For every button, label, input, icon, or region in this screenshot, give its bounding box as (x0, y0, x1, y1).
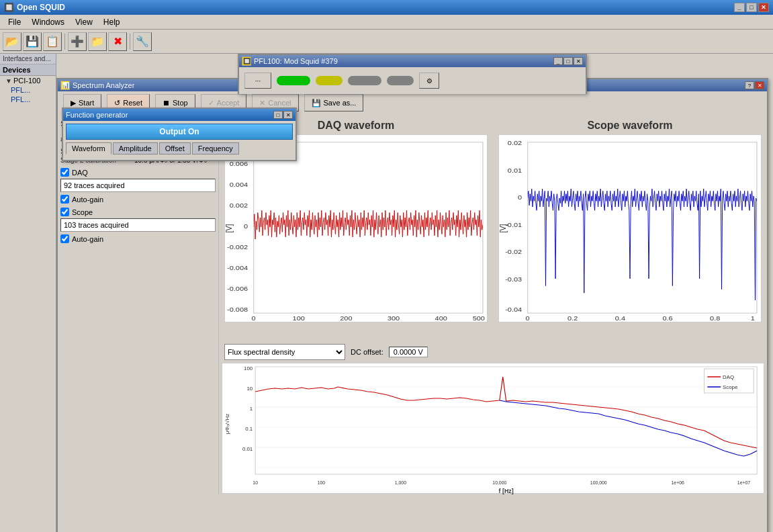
pfl-icon: 🔲 (242, 56, 251, 66)
app-title: Open SQUID (17, 3, 65, 12)
svg-text:0.01: 0.01 (242, 446, 253, 452)
daq-x-axis-label: t [ms] (358, 321, 378, 322)
daq-autogain-label: Auto-gain (72, 195, 103, 204)
flux-dropdown[interactable]: Flux spectral density (224, 344, 345, 360)
svg-text:200: 200 (340, 314, 353, 321)
svg-text:1e+06: 1e+06 (672, 480, 684, 485)
folder-button[interactable]: 📁 (88, 32, 107, 51)
spectrum-chart: 100 10 1 0.1 0.01 10 100 1,000 10,000 (222, 363, 764, 494)
svg-text:0.6: 0.6 (662, 314, 673, 321)
menu-windows[interactable]: Windows (26, 16, 70, 28)
title-bar-controls: _ □ ✕ (734, 3, 769, 12)
svg-text:-0.008: -0.008 (227, 306, 248, 313)
save-as-button[interactable]: 💾 Save as... (304, 94, 364, 112)
sa-title-controls: ? ✕ (745, 81, 764, 89)
daq-check-row: DAQ (60, 168, 216, 177)
waveform-row: DAQ waveform 0.008 0.006 0.004 0.002 0 -… (219, 114, 767, 343)
tree-pci100[interactable]: ▼ PCI-100 (0, 76, 56, 85)
daq-section: DAQ 92 traces acquired Auto-gain (60, 168, 216, 204)
func-gen-restore-btn[interactable]: □ (273, 111, 283, 119)
output-on-button[interactable]: Output On (66, 124, 293, 140)
daq-autogain-checkbox[interactable] (60, 195, 69, 204)
scope-y-axis-label: [V] (498, 224, 507, 232)
svg-text:400: 400 (435, 314, 448, 321)
scope-waveform-panel: Scope waveform 0.02 0.01 0 -0.01 -0.02 -… (493, 114, 767, 343)
add-button[interactable]: ➕ (68, 32, 87, 51)
pfl-btn1[interactable]: ··· (244, 73, 271, 89)
pfl-restore-btn[interactable]: □ (563, 57, 573, 65)
left-panel: Interfaces and... Devices ▼ PCI-100 PFL.… (0, 54, 56, 532)
func-gen-title-bar: Function generator □ ✕ (63, 109, 295, 121)
tab-frequency[interactable]: Frequency (192, 142, 239, 154)
svg-text:0.004: 0.004 (230, 181, 248, 188)
dc-offset-value: 0.0000 V (389, 347, 428, 357)
spectrum-chart-container: 100 10 1 0.1 0.01 10 100 1,000 10,000 (222, 363, 764, 494)
pfl-indicator4 (387, 76, 414, 85)
pfl-minimize-btn[interactable]: _ (553, 57, 563, 65)
svg-text:0.006: 0.006 (230, 161, 248, 167)
svg-text:1: 1 (250, 406, 253, 412)
menu-help[interactable]: Help (98, 16, 126, 28)
svg-rect-17 (254, 142, 483, 313)
tree-arrow-pci100: ▼ (5, 77, 12, 85)
pfl-settings-btn[interactable]: ⚙ (419, 73, 439, 89)
svg-text:100: 100 (318, 480, 326, 485)
settings-button[interactable]: 🔧 (133, 32, 152, 51)
menu-file[interactable]: File (3, 16, 26, 28)
title-bar: 🔲 Open SQUID _ □ ✕ (0, 0, 773, 15)
scope-autogain-label: Auto-gain (72, 235, 103, 243)
tab-amplitude[interactable]: Amplitude (113, 142, 158, 154)
tab-waveform[interactable]: Waveform (66, 142, 111, 154)
content-area: Function generator □ ✕ Output On Wavefor… (56, 54, 773, 532)
svg-text:0.2: 0.2 (567, 314, 578, 321)
scope-autogain-checkbox[interactable] (60, 234, 69, 243)
svg-text:100: 100 (244, 365, 253, 371)
svg-text:0: 0 (252, 314, 256, 321)
pfl-toolbar: ··· ⚙ (239, 67, 586, 94)
svg-text:0: 0 (518, 194, 522, 201)
sa-close-btn[interactable]: ✕ (755, 81, 764, 89)
spectrum-section: Flux spectral density DC offset: 0.0000 … (219, 343, 767, 495)
scope-autogain-row: Auto-gain (60, 234, 216, 243)
svg-text:0.4: 0.4 (615, 314, 626, 321)
pfl-window: 🔲 PFL100: Mod Squid #379 _ □ ✕ ··· ⚙ (238, 54, 587, 94)
pfl-close-btn[interactable]: ✕ (574, 57, 583, 65)
app-icon: 🔲 (4, 3, 14, 12)
daq-checkbox[interactable] (60, 168, 69, 177)
pfl-title-text: PFL100: Mod Squid #379 (254, 57, 338, 65)
pfl-indicator2 (316, 76, 343, 85)
save-button[interactable]: 💾 (23, 32, 42, 51)
svg-text:0.02: 0.02 (508, 140, 522, 146)
svg-text:-0.02: -0.02 (505, 249, 522, 255)
func-gen-content: Output On Waveform Amplitude Offset Freq… (63, 121, 295, 160)
close-btn[interactable]: ✕ (758, 3, 769, 12)
devices-section-header: Devices (0, 64, 56, 76)
delete-button[interactable]: ✖ (108, 32, 127, 51)
svg-text:1e+07: 1e+07 (737, 480, 750, 485)
sa-title-text: Spectrum Analyzer (73, 81, 134, 89)
scope-label: Scope (72, 208, 93, 216)
open-button[interactable]: 📂 (3, 32, 21, 51)
svg-text:0.002: 0.002 (230, 202, 248, 209)
maximize-btn[interactable]: □ (746, 3, 757, 12)
tab-offset[interactable]: Offset (159, 142, 191, 154)
sa-help-btn[interactable]: ? (745, 81, 754, 89)
tree-pfl1[interactable]: PFL... (0, 85, 56, 95)
func-gen-close-btn[interactable]: ✕ (283, 111, 293, 119)
daq-y-axis-label: [V] (224, 224, 233, 232)
svg-text:1,000: 1,000 (395, 480, 406, 485)
interfaces-label: Interfaces and... (0, 54, 56, 64)
tree-pfl2[interactable]: PFL... (0, 95, 56, 104)
func-gen-title-text: Function generator (66, 111, 128, 119)
svg-text:-0.002: -0.002 (227, 244, 248, 251)
scope-check-row: Scope (60, 208, 216, 216)
scope-checkbox[interactable] (60, 208, 69, 216)
menu-view[interactable]: View (70, 16, 98, 28)
svg-text:10: 10 (253, 480, 258, 485)
svg-text:0: 0 (244, 223, 248, 230)
save-as-button[interactable]: 📋 (43, 32, 62, 51)
svg-text:10,000: 10,000 (492, 480, 506, 485)
fg-tabs: Waveform Amplitude Offset Frequency (66, 142, 293, 154)
sa-right-panel: DAQ waveform 0.008 0.006 0.004 0.002 0 -… (219, 114, 767, 495)
minimize-btn[interactable]: _ (734, 3, 745, 12)
